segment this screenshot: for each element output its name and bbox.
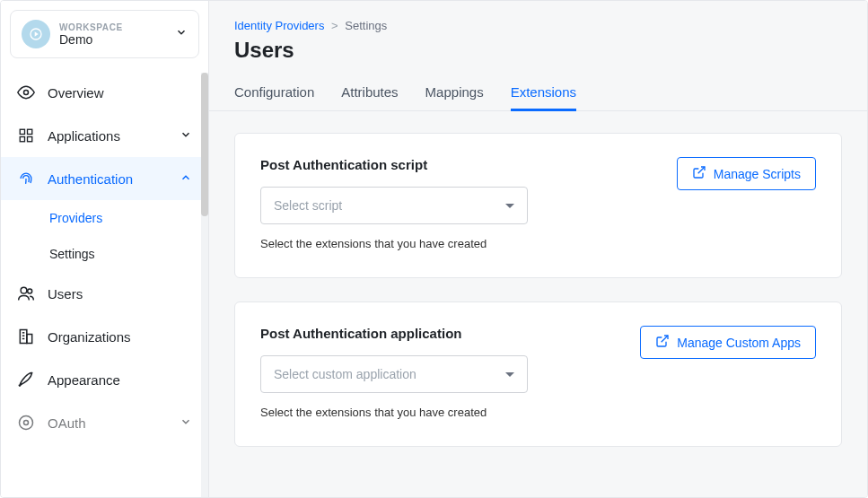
sidebar-subitem-settings[interactable]: Settings	[1, 236, 208, 272]
sidebar-item-applications[interactable]: Applications	[1, 114, 208, 157]
page-header: Identity Providers > Settings Users Conf…	[209, 1, 867, 111]
card-post-auth-application: Post Authentication application Select c…	[234, 301, 842, 447]
sidebar-subitem-label: Providers	[49, 211, 102, 225]
manage-scripts-button[interactable]: Manage Scripts	[677, 157, 816, 190]
sidebar-item-label: Appearance	[48, 372, 192, 388]
sidebar-nav: Overview Applications Authentication	[1, 67, 208, 444]
breadcrumb-separator: >	[331, 19, 338, 32]
svg-line-16	[662, 336, 668, 342]
tab-configuration[interactable]: Configuration	[234, 75, 314, 111]
svg-marker-1	[35, 31, 39, 36]
content-area: Post Authentication script Select script…	[209, 111, 867, 497]
card-hint: Select the extensions that you have crea…	[260, 406, 622, 419]
sidebar-subitem-providers[interactable]: Providers	[1, 200, 208, 236]
external-link-icon	[692, 165, 706, 182]
svg-rect-5	[20, 137, 24, 142]
sidebar-item-appearance[interactable]: Appearance	[1, 358, 208, 401]
sidebar-item-authentication[interactable]: Authentication	[1, 157, 208, 200]
svg-point-7	[21, 287, 27, 293]
tab-attributes[interactable]: Attributes	[341, 75, 398, 111]
chevron-up-icon	[180, 171, 192, 187]
sidebar-item-label: Organizations	[48, 329, 192, 345]
svg-point-2	[24, 91, 29, 95]
select-custom-application[interactable]: Select custom application	[260, 355, 528, 393]
chevron-down-icon	[180, 415, 192, 431]
sidebar: WORKSPACE Demo Overview Applications	[1, 1, 209, 497]
svg-point-14	[20, 416, 33, 430]
tabs: Configuration Attributes Mappings Extens…	[234, 75, 842, 110]
sidebar-item-label: Users	[48, 286, 192, 301]
pen-icon	[17, 371, 35, 389]
tab-mappings[interactable]: Mappings	[425, 75, 484, 111]
sidebar-item-label: Authentication	[48, 171, 167, 187]
svg-rect-9	[20, 330, 26, 344]
fingerprint-icon	[17, 170, 35, 188]
select-script[interactable]: Select script	[260, 187, 528, 224]
card-title: Post Authentication script	[260, 157, 659, 172]
svg-rect-10	[27, 335, 32, 344]
scrollbar-thumb[interactable]	[201, 73, 208, 216]
sidebar-item-label: OAuth	[48, 415, 167, 431]
breadcrumb: Identity Providers > Settings	[234, 19, 842, 32]
card-hint: Select the extensions that you have crea…	[260, 237, 659, 250]
main-content: Identity Providers > Settings Users Conf…	[209, 1, 867, 497]
sidebar-item-overview[interactable]: Overview	[1, 71, 208, 114]
select-placeholder: Select script	[274, 198, 342, 213]
caret-down-icon	[505, 204, 514, 208]
sidebar-item-label: Overview	[48, 85, 192, 100]
caret-down-icon	[505, 372, 514, 377]
breadcrumb-current: Settings	[345, 19, 387, 32]
workspace-logo-icon	[22, 20, 50, 48]
breadcrumb-link-parent[interactable]: Identity Providers	[234, 19, 324, 32]
page-title: Users	[234, 38, 842, 63]
sidebar-item-label: Applications	[48, 128, 167, 144]
svg-rect-3	[20, 129, 24, 134]
svg-rect-4	[28, 129, 32, 134]
building-icon	[17, 328, 35, 345]
manage-custom-apps-button[interactable]: Manage Custom Apps	[640, 326, 816, 359]
chevron-down-icon	[175, 26, 188, 42]
sidebar-item-organizations[interactable]: Organizations	[1, 315, 208, 358]
card-title: Post Authentication application	[260, 326, 622, 341]
sidebar-item-users[interactable]: Users	[1, 272, 208, 315]
external-link-icon	[655, 334, 670, 351]
sidebar-scrollbar[interactable]	[201, 73, 208, 497]
users-icon	[17, 284, 35, 302]
svg-point-8	[28, 289, 32, 293]
workspace-label: WORKSPACE	[59, 22, 166, 32]
apps-icon	[17, 127, 35, 144]
button-label: Manage Scripts	[714, 167, 801, 181]
eye-icon	[17, 83, 35, 101]
chevron-down-icon	[180, 128, 192, 144]
oauth-icon	[17, 414, 35, 432]
select-placeholder: Select custom application	[274, 367, 416, 381]
workspace-name: Demo	[59, 32, 166, 47]
tab-extensions[interactable]: Extensions	[511, 75, 576, 111]
workspace-switcher[interactable]: WORKSPACE Demo	[10, 10, 199, 58]
button-label: Manage Custom Apps	[677, 336, 801, 350]
svg-line-15	[697, 167, 704, 173]
svg-rect-6	[28, 137, 32, 142]
card-post-auth-script: Post Authentication script Select script…	[234, 133, 842, 278]
sidebar-item-oauth[interactable]: OAuth	[1, 401, 208, 444]
sidebar-subitem-label: Settings	[49, 247, 95, 261]
